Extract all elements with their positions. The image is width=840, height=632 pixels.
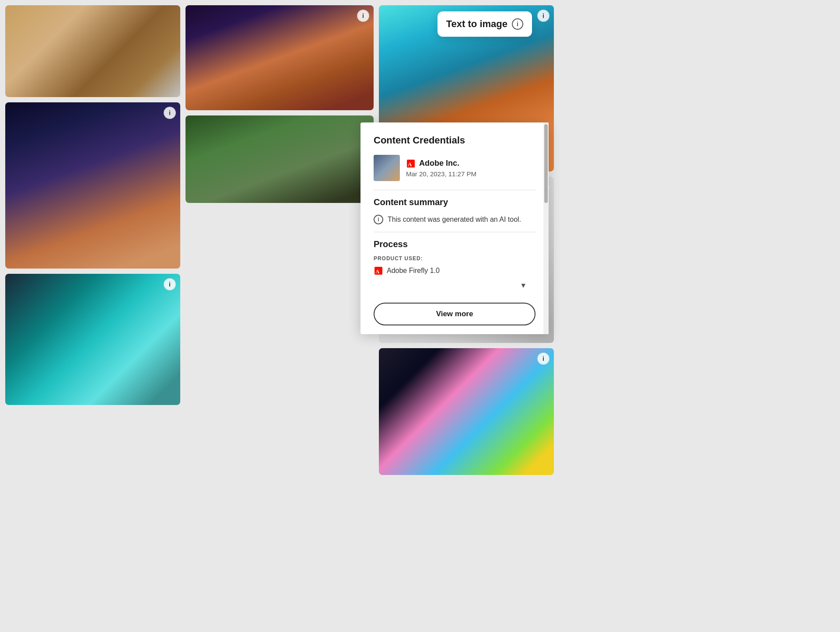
product-label: PRODUCT USED: (374, 255, 536, 262)
summary-info-icon: i (374, 215, 383, 224)
svg-text:A: A (375, 268, 380, 275)
tooltip-info-icon[interactable]: i (512, 18, 523, 30)
image-child-stars: i (5, 102, 180, 269)
product-name: Adobe Firefly 1.0 (387, 267, 440, 275)
image-landscape (186, 115, 374, 203)
panel-footer: View more (360, 296, 549, 334)
product-row: A Adobe Firefly 1.0 (374, 266, 536, 276)
creator-info: A Adobe Inc. Mar 20, 2023, 11:27 PM (406, 159, 476, 178)
creator-name-row: A Adobe Inc. (406, 159, 476, 168)
tooltip-text: Text to image (446, 18, 508, 30)
creator-date: Mar 20, 2023, 11:27 PM (406, 170, 476, 178)
image-car-desert: i (186, 5, 374, 110)
process-title: Process (374, 239, 536, 249)
image-toy-car: i (5, 274, 180, 405)
creator-thumb-img (374, 155, 400, 181)
summary-text: This content was generated with an AI to… (388, 214, 521, 225)
info-badge-flowers[interactable]: i (537, 353, 550, 365)
divider-1 (374, 190, 536, 190)
image-noodles (5, 5, 180, 97)
panel-creator: A Adobe Inc. Mar 20, 2023, 11:27 PM (374, 155, 536, 181)
text-to-image-tooltip: Text to image i (438, 11, 532, 37)
image-colorful-flowers: i (379, 348, 554, 475)
content-summary-title: Content summary (374, 197, 536, 207)
gallery-col-left: i i (5, 5, 180, 475)
info-badge-car-desert[interactable]: i (357, 10, 369, 22)
panel-title: Content Credentials (374, 135, 536, 146)
scrollbar-thumb (544, 124, 548, 203)
scroll-down-arrow: ▼ (374, 276, 536, 296)
gallery-grid: i i i Content Credentials (0, 0, 840, 480)
gallery-col-middle: i Content Credentials (186, 5, 374, 475)
divider-2 (374, 232, 536, 232)
adobe-firefly-logo-icon: A (374, 266, 383, 276)
creator-thumbnail (374, 155, 400, 181)
panel-scrollbar[interactable] (543, 122, 549, 334)
creator-name: Adobe Inc. (419, 159, 459, 168)
content-credentials-panel: Content Credentials (360, 122, 549, 334)
svg-text:A: A (408, 161, 412, 168)
view-more-button[interactable]: View more (374, 303, 536, 325)
info-badge-toy-car[interactable]: i (164, 278, 176, 290)
summary-row: i This content was generated with an AI … (374, 214, 536, 225)
panel-content: Content Credentials (360, 122, 549, 296)
info-badge-child-stars[interactable]: i (164, 107, 176, 119)
adobe-logo-icon: A (406, 159, 416, 168)
info-badge-floating-island[interactable]: i (537, 10, 550, 22)
